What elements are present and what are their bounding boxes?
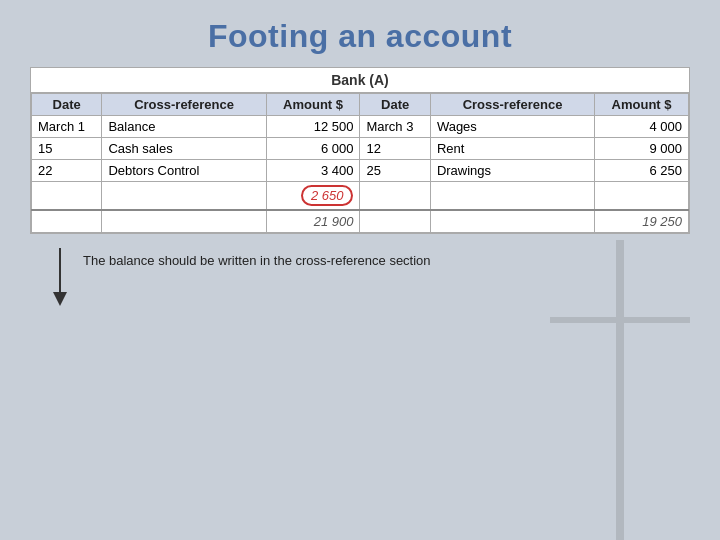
debit-amount-2: 6 000 xyxy=(266,138,360,160)
credit-date-2: 12 xyxy=(360,138,430,160)
credit-date-1: March 3 xyxy=(360,116,430,138)
header-amount2: Amount $ xyxy=(595,94,689,116)
note-section: The balance should be written in the cro… xyxy=(45,248,705,312)
account-table-container: Bank (A) Date Cross-reference Amount $ D… xyxy=(30,67,690,234)
table-row: 2 650 xyxy=(32,182,689,211)
header-cross-ref: Cross-reference xyxy=(102,94,266,116)
debit-date-2: 15 xyxy=(32,138,102,160)
credit-total-date xyxy=(360,210,430,233)
page-title: Footing an account xyxy=(208,18,512,55)
credit-amount-4 xyxy=(595,182,689,211)
note-text: The balance should be written in the cro… xyxy=(83,252,431,270)
ledger-table: Date Cross-reference Amount $ Date Cross… xyxy=(31,93,689,233)
slide: Footing an account Bank (A) Date Cross-r… xyxy=(0,0,720,540)
debit-cross-4 xyxy=(102,182,266,211)
credit-total-amount: 19 250 xyxy=(595,210,689,233)
table-row: 15 Cash sales 6 000 12 Rent 9 000 xyxy=(32,138,689,160)
svg-marker-1 xyxy=(53,292,67,306)
credit-cross-4 xyxy=(430,182,594,211)
table-header-row: Date Cross-reference Amount $ Date Cross… xyxy=(32,94,689,116)
credit-cross-3: Drawings xyxy=(430,160,594,182)
debit-cross-2: Cash sales xyxy=(102,138,266,160)
arrow-icon xyxy=(45,248,75,312)
header-date: Date xyxy=(32,94,102,116)
debit-date-1: March 1 xyxy=(32,116,102,138)
debit-total-date xyxy=(32,210,102,233)
credit-date-3: 25 xyxy=(360,160,430,182)
credit-amount-2: 9 000 xyxy=(595,138,689,160)
debit-total-cross xyxy=(102,210,266,233)
debit-amount-1: 12 500 xyxy=(266,116,360,138)
table-row: March 1 Balance 12 500 March 3 Wages 4 0… xyxy=(32,116,689,138)
debit-total-amount: 21 900 xyxy=(266,210,360,233)
balance-circle: 2 650 xyxy=(301,185,354,206)
table-row: 22 Debtors Control 3 400 25 Drawings 6 2… xyxy=(32,160,689,182)
header-date2: Date xyxy=(360,94,430,116)
debit-cross-3: Debtors Control xyxy=(102,160,266,182)
credit-total-cross xyxy=(430,210,594,233)
debit-amount-3: 3 400 xyxy=(266,160,360,182)
credit-cross-1: Wages xyxy=(430,116,594,138)
header-cross-ref2: Cross-reference xyxy=(430,94,594,116)
credit-cross-2: Rent xyxy=(430,138,594,160)
debit-amount-circle: 2 650 xyxy=(266,182,360,211)
header-amount: Amount $ xyxy=(266,94,360,116)
table-title: Bank (A) xyxy=(31,68,689,93)
debit-date-4 xyxy=(32,182,102,211)
credit-date-4 xyxy=(360,182,430,211)
credit-amount-1: 4 000 xyxy=(595,116,689,138)
debit-cross-1: Balance xyxy=(102,116,266,138)
totals-row: 21 900 19 250 xyxy=(32,210,689,233)
credit-amount-3: 6 250 xyxy=(595,160,689,182)
debit-date-3: 22 xyxy=(32,160,102,182)
